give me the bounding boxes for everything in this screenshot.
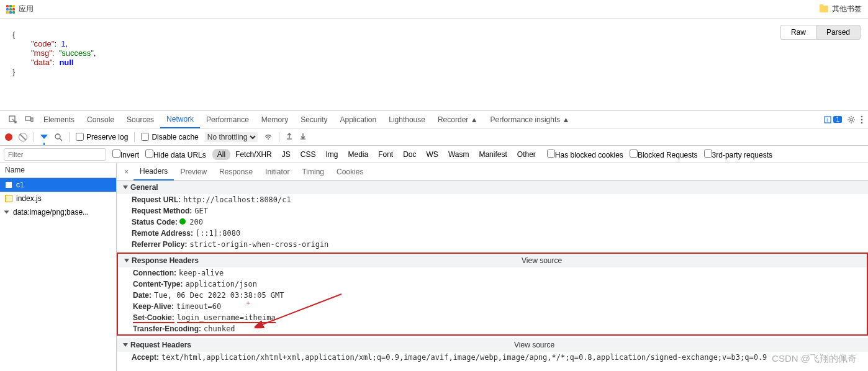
section-request-headers[interactable]: Request HeadersView source bbox=[117, 338, 868, 352]
tab-console[interactable]: Console bbox=[81, 111, 120, 128]
content-type-label: Content-Type: bbox=[133, 280, 183, 288]
filter-type-ws[interactable]: WS bbox=[422, 149, 443, 160]
svg-point-6 bbox=[861, 115, 863, 117]
filter-type-media[interactable]: Media bbox=[343, 149, 373, 160]
connection-value: keep-alive bbox=[179, 269, 224, 277]
filter-type-font[interactable]: Font bbox=[373, 149, 398, 160]
detail-tab-response[interactable]: Response bbox=[213, 163, 259, 181]
svg-rect-1 bbox=[25, 117, 30, 120]
accept-label: Accept: bbox=[132, 353, 159, 362]
accept-value: text/html,application/xhtml+xml,applicat… bbox=[161, 353, 767, 362]
section-response-headers[interactable]: Response HeadersView source bbox=[118, 254, 867, 267]
tab-lighthouse[interactable]: Lighthouse bbox=[382, 111, 432, 128]
json-val-code: 1 bbox=[61, 39, 65, 48]
name-column-header[interactable]: Name bbox=[0, 163, 116, 178]
upload-icon[interactable] bbox=[286, 132, 293, 141]
hide-data-urls-checkbox[interactable]: Hide data URLs bbox=[145, 150, 206, 159]
download-icon[interactable] bbox=[299, 132, 307, 141]
tab-memory[interactable]: Memory bbox=[255, 111, 294, 128]
request-detail: × Headers Preview Response Initiator Tim… bbox=[117, 163, 868, 371]
detail-tab-cookies[interactable]: Cookies bbox=[330, 163, 369, 181]
svg-point-8 bbox=[861, 122, 863, 123]
request-row-dataimage[interactable]: data:image/png;base... bbox=[0, 205, 116, 219]
referrer-policy-label: Referrer Policy: bbox=[132, 240, 187, 249]
tab-elements[interactable]: Elements bbox=[37, 111, 81, 128]
inspect-icon[interactable] bbox=[5, 113, 21, 127]
request-row-c1[interactable]: c1 bbox=[0, 178, 116, 192]
response-headers-annotation: Response HeadersView source Connection:k… bbox=[117, 253, 868, 336]
clear-icon[interactable] bbox=[19, 133, 27, 141]
filter-bar: Invert Hide data URLs All Fetch/XHR JS C… bbox=[0, 146, 868, 163]
status-code-label: Status Code: bbox=[132, 218, 178, 226]
transfer-encoding-value: chunked bbox=[204, 324, 235, 333]
view-source-link-req[interactable]: View source bbox=[514, 341, 573, 349]
apps-icon[interactable] bbox=[6, 5, 15, 14]
blocked-cookies-checkbox[interactable]: Has blocked cookies bbox=[547, 150, 623, 159]
view-source-link[interactable]: View source bbox=[522, 256, 581, 265]
filter-type-img[interactable]: Img bbox=[320, 149, 343, 160]
detail-tab-timing[interactable]: Timing bbox=[296, 163, 330, 181]
svg-point-9 bbox=[55, 134, 60, 139]
js-file-icon bbox=[5, 195, 12, 202]
menu-icon[interactable] bbox=[861, 115, 863, 124]
tab-perf-insights[interactable]: Performance insights ▲ bbox=[484, 111, 576, 128]
parsed-button[interactable]: Parsed bbox=[816, 25, 861, 40]
content-type-value: application/json bbox=[185, 280, 257, 288]
json-key-data: "data" bbox=[31, 58, 53, 67]
close-icon[interactable]: × bbox=[119, 168, 133, 176]
filter-type-wasm[interactable]: Wasm bbox=[443, 149, 474, 160]
invert-checkbox[interactable]: Invert bbox=[112, 150, 139, 159]
json-val-data: null bbox=[59, 58, 73, 67]
tab-application[interactable]: Application bbox=[334, 111, 383, 128]
set-cookie-label: Set-Cookie: bbox=[133, 313, 174, 323]
throttling-select[interactable]: No throttling bbox=[205, 132, 258, 142]
issues-icon[interactable]: !1 bbox=[823, 115, 842, 124]
filter-input[interactable] bbox=[4, 148, 106, 161]
tab-security[interactable]: Security bbox=[294, 111, 333, 128]
bookmarks-bar: 应用 其他书签 bbox=[0, 0, 868, 19]
bookmarks-left: 应用 bbox=[6, 4, 34, 14]
page-content: Raw Parsed { "code": 1, "msg": "success"… bbox=[0, 19, 868, 110]
record-icon[interactable] bbox=[5, 133, 12, 141]
tab-recorder[interactable]: Recorder ▲ bbox=[432, 111, 484, 128]
gear-icon[interactable] bbox=[847, 115, 856, 124]
status-code-value: 200 bbox=[189, 218, 203, 226]
request-method-value: GET bbox=[194, 207, 208, 215]
filter-type-manifest[interactable]: Manifest bbox=[474, 149, 512, 160]
wifi-icon[interactable] bbox=[264, 132, 273, 142]
raw-button[interactable]: Raw bbox=[780, 25, 816, 40]
svg-line-10 bbox=[60, 138, 62, 141]
detail-tab-headers[interactable]: Headers bbox=[133, 163, 174, 181]
preserve-log-checkbox[interactable]: Preserve log bbox=[76, 133, 128, 141]
device-icon[interactable] bbox=[21, 113, 37, 127]
filter-icon[interactable] bbox=[40, 135, 48, 139]
svg-rect-2 bbox=[31, 118, 33, 122]
status-dot-icon bbox=[179, 218, 186, 225]
third-party-checkbox[interactable]: 3rd-party requests bbox=[704, 150, 772, 159]
tab-network[interactable]: Network bbox=[160, 111, 200, 128]
expand-icon bbox=[4, 211, 9, 214]
tab-sources[interactable]: Sources bbox=[120, 111, 160, 128]
detail-tab-preview[interactable]: Preview bbox=[174, 163, 213, 181]
filter-type-fetchxhr[interactable]: Fetch/XHR bbox=[230, 149, 277, 160]
apps-label[interactable]: 应用 bbox=[19, 4, 34, 14]
date-label: Date: bbox=[133, 291, 151, 300]
filter-type-all[interactable]: All bbox=[212, 149, 230, 160]
filter-type-doc[interactable]: Doc bbox=[398, 149, 421, 160]
section-general[interactable]: General bbox=[117, 181, 868, 194]
filter-type-js[interactable]: JS bbox=[277, 149, 296, 160]
filter-type-css[interactable]: CSS bbox=[296, 149, 321, 160]
blocked-requests-checkbox[interactable]: Blocked Requests bbox=[630, 150, 698, 159]
document-icon bbox=[5, 181, 12, 189]
svg-point-7 bbox=[861, 118, 863, 120]
detail-tab-initiator[interactable]: Initiator bbox=[259, 163, 296, 181]
search-icon[interactable] bbox=[54, 133, 63, 141]
request-row-indexjs[interactable]: index.js bbox=[0, 192, 116, 205]
disable-cache-checkbox[interactable]: Disable cache bbox=[141, 133, 198, 141]
other-bookmarks-label[interactable]: 其他书签 bbox=[832, 4, 862, 14]
date-value: Tue, 06 Dec 2022 03:38:05 GMT bbox=[154, 291, 284, 300]
json-key-msg: "msg" bbox=[31, 48, 52, 58]
filter-type-other[interactable]: Other bbox=[512, 149, 541, 160]
bookmarks-right: 其他书签 bbox=[820, 4, 862, 14]
tab-performance[interactable]: Performance bbox=[200, 111, 255, 128]
